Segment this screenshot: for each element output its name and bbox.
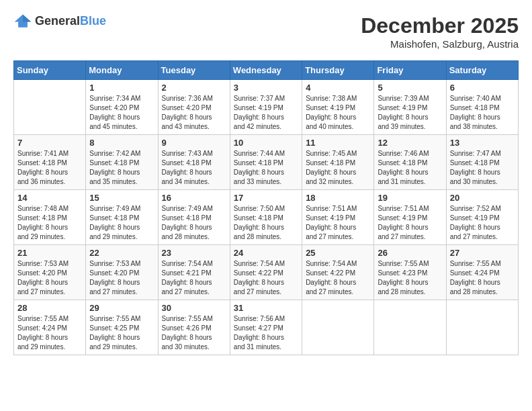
day-info: Sunrise: 7:54 AM Sunset: 4:21 PM Dayligh… bbox=[162, 259, 226, 297]
day-info: Sunrise: 7:46 AM Sunset: 4:18 PM Dayligh… bbox=[378, 149, 442, 187]
calendar-cell: 20Sunrise: 7:52 AM Sunset: 4:19 PM Dayli… bbox=[446, 190, 518, 245]
month-title: December 2025 bbox=[361, 13, 519, 38]
calendar-cell: 31Sunrise: 7:56 AM Sunset: 4:27 PM Dayli… bbox=[230, 300, 302, 355]
day-info: Sunrise: 7:55 AM Sunset: 4:23 PM Dayligh… bbox=[378, 259, 442, 297]
calendar-cell: 3Sunrise: 7:37 AM Sunset: 4:19 PM Daylig… bbox=[230, 80, 302, 135]
day-info: Sunrise: 7:37 AM Sunset: 4:19 PM Dayligh… bbox=[234, 94, 298, 132]
calendar-cell: 13Sunrise: 7:47 AM Sunset: 4:18 PM Dayli… bbox=[446, 135, 518, 190]
calendar-cell: 8Sunrise: 7:42 AM Sunset: 4:18 PM Daylig… bbox=[86, 135, 158, 190]
day-info: Sunrise: 7:55 AM Sunset: 4:25 PM Dayligh… bbox=[89, 314, 154, 352]
calendar-cell: 26Sunrise: 7:55 AM Sunset: 4:23 PM Dayli… bbox=[374, 245, 446, 300]
day-info: Sunrise: 7:41 AM Sunset: 4:18 PM Dayligh… bbox=[17, 149, 82, 187]
day-info: Sunrise: 7:49 AM Sunset: 4:18 PM Dayligh… bbox=[89, 204, 154, 242]
day-info: Sunrise: 7:52 AM Sunset: 4:19 PM Dayligh… bbox=[450, 204, 515, 242]
day-number: 9 bbox=[162, 138, 226, 148]
day-header-friday: Friday bbox=[374, 61, 446, 80]
day-info: Sunrise: 7:36 AM Sunset: 4:20 PM Dayligh… bbox=[162, 94, 226, 132]
day-info: Sunrise: 7:40 AM Sunset: 4:18 PM Dayligh… bbox=[450, 94, 515, 132]
day-info: Sunrise: 7:48 AM Sunset: 4:18 PM Dayligh… bbox=[17, 204, 82, 242]
calendar-cell bbox=[14, 80, 86, 135]
day-number: 16 bbox=[162, 193, 226, 203]
day-number: 18 bbox=[306, 193, 370, 203]
calendar-cell bbox=[374, 300, 446, 355]
calendar-cell: 2Sunrise: 7:36 AM Sunset: 4:20 PM Daylig… bbox=[158, 80, 230, 135]
day-info: Sunrise: 7:47 AM Sunset: 4:18 PM Dayligh… bbox=[450, 149, 515, 187]
calendar-cell: 27Sunrise: 7:55 AM Sunset: 4:24 PM Dayli… bbox=[446, 245, 518, 300]
calendar-cell: 21Sunrise: 7:53 AM Sunset: 4:20 PM Dayli… bbox=[14, 245, 86, 300]
calendar-cell: 24Sunrise: 7:54 AM Sunset: 4:22 PM Dayli… bbox=[230, 245, 302, 300]
calendar-table: SundayMondayTuesdayWednesdayThursdayFrid… bbox=[13, 60, 519, 355]
day-info: Sunrise: 7:56 AM Sunset: 4:27 PM Dayligh… bbox=[234, 314, 298, 352]
day-number: 22 bbox=[89, 248, 154, 258]
calendar-cell: 25Sunrise: 7:54 AM Sunset: 4:22 PM Dayli… bbox=[302, 245, 374, 300]
day-info: Sunrise: 7:55 AM Sunset: 4:24 PM Dayligh… bbox=[17, 314, 82, 352]
day-info: Sunrise: 7:55 AM Sunset: 4:26 PM Dayligh… bbox=[162, 314, 226, 352]
calendar-cell bbox=[302, 300, 374, 355]
day-info: Sunrise: 7:53 AM Sunset: 4:20 PM Dayligh… bbox=[89, 259, 154, 297]
calendar-cell: 29Sunrise: 7:55 AM Sunset: 4:25 PM Dayli… bbox=[86, 300, 158, 355]
svg-marker-1 bbox=[23, 14, 31, 21]
calendar-cell: 11Sunrise: 7:45 AM Sunset: 4:18 PM Dayli… bbox=[302, 135, 374, 190]
day-info: Sunrise: 7:54 AM Sunset: 4:22 PM Dayligh… bbox=[234, 259, 298, 297]
calendar-cell: 22Sunrise: 7:53 AM Sunset: 4:20 PM Dayli… bbox=[86, 245, 158, 300]
day-info: Sunrise: 7:51 AM Sunset: 4:19 PM Dayligh… bbox=[378, 204, 442, 242]
day-number: 8 bbox=[89, 138, 154, 148]
day-number: 24 bbox=[234, 248, 298, 258]
calendar-cell: 9Sunrise: 7:43 AM Sunset: 4:18 PM Daylig… bbox=[158, 135, 230, 190]
day-number: 4 bbox=[306, 83, 370, 93]
day-number: 21 bbox=[17, 248, 82, 258]
page-header: General Blue December 2025 Maishofen, Sa… bbox=[13, 13, 519, 50]
day-info: Sunrise: 7:54 AM Sunset: 4:22 PM Dayligh… bbox=[306, 259, 370, 297]
day-number: 10 bbox=[234, 138, 298, 148]
calendar-cell: 28Sunrise: 7:55 AM Sunset: 4:24 PM Dayli… bbox=[14, 300, 86, 355]
day-number: 25 bbox=[306, 248, 370, 258]
day-number: 19 bbox=[378, 193, 442, 203]
day-info: Sunrise: 7:39 AM Sunset: 4:19 PM Dayligh… bbox=[378, 94, 442, 132]
day-info: Sunrise: 7:43 AM Sunset: 4:18 PM Dayligh… bbox=[162, 149, 226, 187]
day-header-monday: Monday bbox=[86, 61, 158, 80]
logo: General Blue bbox=[13, 13, 106, 28]
title-block: December 2025 Maishofen, Salzburg, Austr… bbox=[361, 13, 519, 50]
calendar-cell: 4Sunrise: 7:38 AM Sunset: 4:19 PM Daylig… bbox=[302, 80, 374, 135]
day-number: 6 bbox=[450, 83, 515, 93]
day-number: 7 bbox=[17, 138, 82, 148]
calendar-cell: 14Sunrise: 7:48 AM Sunset: 4:18 PM Dayli… bbox=[14, 190, 86, 245]
day-info: Sunrise: 7:49 AM Sunset: 4:18 PM Dayligh… bbox=[162, 204, 226, 242]
day-info: Sunrise: 7:50 AM Sunset: 4:18 PM Dayligh… bbox=[234, 204, 298, 242]
day-info: Sunrise: 7:42 AM Sunset: 4:18 PM Dayligh… bbox=[89, 149, 154, 187]
day-header-wednesday: Wednesday bbox=[230, 61, 302, 80]
day-number: 12 bbox=[378, 138, 442, 148]
calendar-cell: 30Sunrise: 7:55 AM Sunset: 4:26 PM Dayli… bbox=[158, 300, 230, 355]
day-info: Sunrise: 7:34 AM Sunset: 4:20 PM Dayligh… bbox=[89, 94, 154, 132]
day-number: 2 bbox=[162, 83, 226, 93]
day-info: Sunrise: 7:45 AM Sunset: 4:18 PM Dayligh… bbox=[306, 149, 370, 187]
calendar-week-row: 21Sunrise: 7:53 AM Sunset: 4:20 PM Dayli… bbox=[14, 245, 519, 300]
calendar-week-row: 28Sunrise: 7:55 AM Sunset: 4:24 PM Dayli… bbox=[14, 300, 519, 355]
calendar-cell: 23Sunrise: 7:54 AM Sunset: 4:21 PM Dayli… bbox=[158, 245, 230, 300]
day-number: 3 bbox=[234, 83, 298, 93]
day-info: Sunrise: 7:53 AM Sunset: 4:20 PM Dayligh… bbox=[17, 259, 82, 297]
day-header-tuesday: Tuesday bbox=[158, 61, 230, 80]
day-number: 23 bbox=[162, 248, 226, 258]
logo-text-blue: Blue bbox=[80, 14, 106, 28]
calendar-header-row: SundayMondayTuesdayWednesdayThursdayFrid… bbox=[14, 61, 519, 80]
day-info: Sunrise: 7:38 AM Sunset: 4:19 PM Dayligh… bbox=[306, 94, 370, 132]
calendar-cell: 12Sunrise: 7:46 AM Sunset: 4:18 PM Dayli… bbox=[374, 135, 446, 190]
calendar-cell: 5Sunrise: 7:39 AM Sunset: 4:19 PM Daylig… bbox=[374, 80, 446, 135]
calendar-week-row: 7Sunrise: 7:41 AM Sunset: 4:18 PM Daylig… bbox=[14, 135, 519, 190]
day-header-thursday: Thursday bbox=[302, 61, 374, 80]
day-number: 5 bbox=[378, 83, 442, 93]
calendar-week-row: 1Sunrise: 7:34 AM Sunset: 4:20 PM Daylig… bbox=[14, 80, 519, 135]
day-header-sunday: Sunday bbox=[14, 61, 86, 80]
calendar-cell: 10Sunrise: 7:44 AM Sunset: 4:18 PM Dayli… bbox=[230, 135, 302, 190]
day-number: 31 bbox=[234, 303, 298, 313]
calendar-cell: 1Sunrise: 7:34 AM Sunset: 4:20 PM Daylig… bbox=[86, 80, 158, 135]
calendar-cell: 7Sunrise: 7:41 AM Sunset: 4:18 PM Daylig… bbox=[14, 135, 86, 190]
day-number: 14 bbox=[17, 193, 82, 203]
calendar-cell: 19Sunrise: 7:51 AM Sunset: 4:19 PM Dayli… bbox=[374, 190, 446, 245]
day-number: 17 bbox=[234, 193, 298, 203]
calendar-cell: 17Sunrise: 7:50 AM Sunset: 4:18 PM Dayli… bbox=[230, 190, 302, 245]
logo-icon bbox=[13, 13, 32, 28]
day-number: 27 bbox=[450, 248, 515, 258]
day-number: 28 bbox=[17, 303, 82, 313]
